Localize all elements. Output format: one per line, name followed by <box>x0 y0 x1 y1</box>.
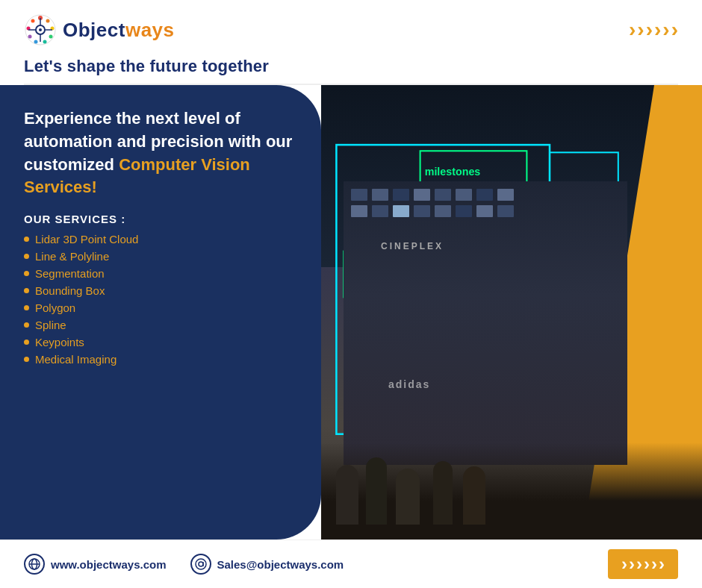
footer: www.objectways.com Sales@objectways.com … <box>0 539 702 588</box>
person-silhouette <box>336 465 358 525</box>
service-name: Medical Imaging <box>35 353 117 366</box>
bullet-icon <box>24 322 29 328</box>
person-silhouette <box>433 461 453 525</box>
globe-icon <box>24 554 45 575</box>
header-arrow-2: › <box>637 19 644 40</box>
header-arrow-4: › <box>654 19 661 40</box>
building-main: CINEPLEX adidas <box>344 181 627 465</box>
window <box>351 205 367 217</box>
window <box>435 205 451 217</box>
city-image-bg: CINEPLEX adidas <box>321 85 702 539</box>
footer-arrow-2: › <box>629 555 635 573</box>
logo-area: Objectways <box>24 13 175 46</box>
window <box>497 205 514 217</box>
footer-arrow-1: › <box>621 555 627 573</box>
window <box>372 205 388 217</box>
footer-website: www.objectways.com <box>24 554 167 575</box>
logo-icon <box>24 13 57 46</box>
svg-point-5 <box>43 40 47 44</box>
list-item: Spline <box>24 319 294 331</box>
list-item: Segmentation <box>24 267 294 280</box>
footer-arrow-4: › <box>644 555 650 573</box>
service-name: Polygon <box>35 301 75 314</box>
svg-point-2 <box>46 19 50 23</box>
list-item: Polygon <box>24 301 294 314</box>
bullet-icon <box>24 288 29 293</box>
header-arrow-1: › <box>629 19 636 40</box>
list-item: Medical Imaging <box>24 353 294 366</box>
tagline-text: Let's shape the future together <box>24 57 269 75</box>
service-name: Segmentation <box>35 267 105 280</box>
email-text: Sales@objectways.com <box>217 558 344 571</box>
logo-ways: ways <box>125 19 175 41</box>
window <box>372 189 388 201</box>
tagline-row: Let's shape the future together <box>0 54 702 84</box>
window <box>435 189 451 201</box>
footer-left: www.objectways.com Sales@objectways.com <box>24 554 344 575</box>
header: Objectways › › › › › › <box>0 0 702 54</box>
svg-point-4 <box>49 35 53 39</box>
window <box>476 189 493 201</box>
header-arrow-5: › <box>662 19 669 40</box>
window <box>497 189 514 201</box>
svg-point-7 <box>28 35 32 39</box>
bullet-icon <box>24 357 29 362</box>
service-name: Line & Polyline <box>35 250 109 263</box>
logo-object: Object <box>63 19 125 41</box>
content-area: Experience the next level of automation … <box>0 85 702 539</box>
person-silhouette <box>366 457 387 525</box>
right-panel: CINEPLEX adidas <box>321 85 702 539</box>
services-list: Lidar 3D Point Cloud Line & Polyline Seg… <box>24 233 294 370</box>
window <box>393 205 409 217</box>
city-scene: CINEPLEX adidas <box>321 85 702 539</box>
footer-arrow-5: › <box>651 555 657 573</box>
svg-point-27 <box>199 562 203 566</box>
windows-grid <box>351 189 514 283</box>
logo-text: Objectways <box>63 19 175 42</box>
bullet-icon <box>24 340 29 345</box>
heading-highlight: Computer Vision Services! <box>24 155 250 197</box>
bullet-icon <box>24 271 29 276</box>
svg-point-6 <box>34 40 38 44</box>
window <box>476 205 493 217</box>
list-item: Line & Polyline <box>24 250 294 263</box>
list-item: Keypoints <box>24 336 294 348</box>
email-icon <box>190 554 211 575</box>
main-container: Objectways › › › › › › Let's shape the f… <box>0 0 702 588</box>
window <box>456 205 472 217</box>
person-silhouette <box>396 469 420 525</box>
list-item: Lidar 3D Point Cloud <box>24 233 294 245</box>
bullet-icon <box>24 254 29 259</box>
window <box>456 189 472 201</box>
footer-email: Sales@objectways.com <box>190 554 344 575</box>
person-silhouette <box>463 466 485 525</box>
service-name: Spline <box>35 319 66 331</box>
bullet-icon <box>24 237 29 242</box>
footer-arrow-3: › <box>636 555 642 573</box>
website-text: www.objectways.com <box>51 558 167 571</box>
footer-arrow-6: › <box>659 555 665 573</box>
adidas-sign: adidas <box>388 378 430 390</box>
left-panel: Experience the next level of automation … <box>0 85 321 539</box>
header-arrow-3: › <box>646 19 653 40</box>
window <box>351 189 367 201</box>
street-level <box>321 442 702 539</box>
svg-point-26 <box>196 559 206 569</box>
header-arrow-6: › <box>671 19 678 40</box>
window <box>414 189 430 201</box>
svg-point-9 <box>31 19 35 23</box>
window <box>393 189 409 201</box>
bullet-icon <box>24 305 29 310</box>
main-heading: Experience the next level of automation … <box>24 107 294 199</box>
service-name: Lidar 3D Point Cloud <box>35 233 138 245</box>
cineplex-sign: CINEPLEX <box>381 241 444 251</box>
svg-point-11 <box>39 28 42 31</box>
footer-arrows: › › › › › › <box>608 549 678 579</box>
header-arrows: › › › › › › <box>629 19 678 40</box>
window <box>414 205 430 217</box>
service-name: Keypoints <box>35 336 84 348</box>
service-name: Bounding Box <box>35 284 105 297</box>
services-label: OUR SERVICES : <box>24 213 294 225</box>
list-item: Bounding Box <box>24 284 294 297</box>
